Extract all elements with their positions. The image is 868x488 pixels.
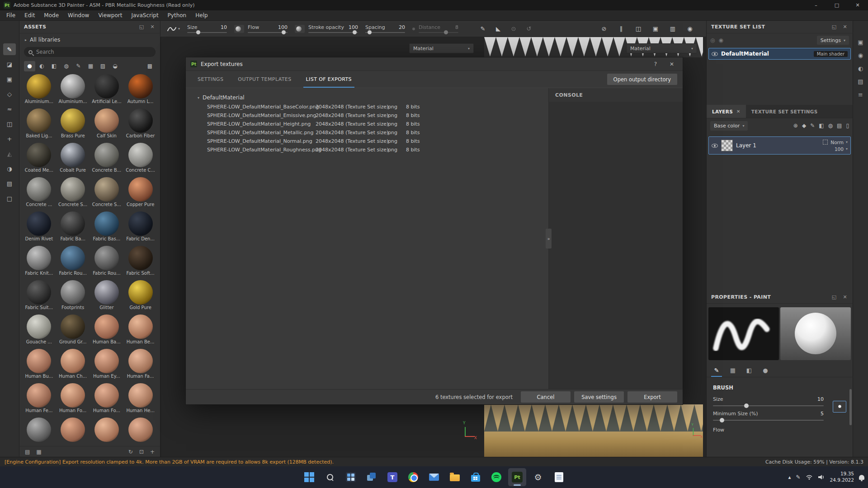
export-file-row[interactable]: SPHERE-LOW_DefaultMaterial_Normal.png 20… [186,137,548,145]
dock-panel-icon[interactable]: ◱ [831,294,837,300]
asset-item[interactable]: Fabric Suit... [23,279,55,314]
close-panel-icon[interactable]: ✕ [842,24,848,30]
texture-set-group[interactable]: ▾ DefaultMaterial [186,93,548,103]
asset-item[interactable]: Baked Lig... [23,108,55,142]
size-slider[interactable] [713,405,824,406]
lazy-mouse-icon[interactable]: ✎ [477,24,488,34]
asset-item[interactable]: Footprints [57,279,89,314]
viewport-shader-select[interactable]: Material ▾ [409,43,474,53]
polygon-fill-tool[interactable]: ◇ [3,88,16,100]
asset-item[interactable]: Copper Pure [124,176,156,211]
store-button[interactable] [467,468,485,486]
asset-item[interactable]: Cobalt Pure [57,142,89,176]
flow-slider[interactable]: Flow 100 [248,24,288,33]
hide-ui-icon[interactable]: ⊘ [599,24,609,34]
asset-item[interactable]: Human He... [124,382,156,417]
asset-item[interactable]: Human Be... [124,314,156,348]
asset-item[interactable]: Calf Skin [91,108,123,142]
material-picker-tool[interactable]: + [3,133,16,145]
dock-panel-icon[interactable]: ◱ [831,24,837,30]
asset-item[interactable]: Human Ey... [91,348,123,382]
export-file-row[interactable]: SPHERE-LOW_DefaultMaterial_BaseColor.png… [186,103,548,111]
cancel-button[interactable]: Cancel [521,391,571,403]
dock-panel-icon[interactable]: ◱ [138,24,145,30]
small-thumbnails-icon[interactable]: ▤ [25,449,30,455]
start-button[interactable] [300,468,318,486]
tab-texture-set-settings[interactable]: TEXTURE SET SETTINGS [746,105,823,118]
texture-set-settings-dropdown[interactable]: Settings ▾ [817,36,849,45]
filter-environments[interactable]: ◒ [109,61,121,71]
asset-item[interactable]: Glitter [91,279,123,314]
falloff-icon[interactable] [295,25,305,33]
filter-smart-materials[interactable]: ◧ [48,61,60,71]
filter-alphas[interactable]: ▦ [85,61,96,71]
material-panel-icon[interactable]: ◐ [858,65,863,72]
texture-set-row[interactable]: DefaultMaterial Main shader [708,48,851,60]
symmetry-tool[interactable]: ◑ [3,163,16,174]
menu-mode[interactable]: Mode [39,12,63,19]
camera-icon[interactable]: ▥ [667,24,678,34]
snap-icon[interactable]: ⊙ [508,24,519,34]
asset-item[interactable]: Fabric Rou... [57,245,89,279]
volume-icon[interactable] [818,474,825,480]
viewer-settings-tool[interactable]: □ [3,192,16,204]
smudge-tool[interactable]: ≈ [3,103,16,115]
tab-output-templates[interactable]: OUTPUT TEMPLATES [231,71,297,88]
asset-item[interactable]: Coated Me... [23,142,55,176]
alpha-tab[interactable]: ▦ [725,364,741,377]
reset-icon[interactable]: ↺ [524,24,534,34]
visibility-eye-icon[interactable] [712,52,718,56]
minimum-size-slider[interactable] [713,420,824,421]
brush-stroke-preview[interactable] [708,307,779,360]
spotify-button[interactable] [487,468,505,486]
close-tab-icon[interactable]: ✕ [736,109,741,114]
projection-tool[interactable]: ▣ [3,73,16,85]
open-output-directory-button[interactable]: Open output directory [607,74,677,85]
asset-item[interactable]: Autumn L... [124,73,156,108]
filter-all[interactable]: ● [24,61,35,71]
refresh-shelf-icon[interactable]: ↻ [128,449,133,455]
asset-item[interactable]: Concrete B... [91,142,123,176]
scrollbar[interactable] [849,389,852,425]
menu-help[interactable]: Help [191,12,212,19]
settings-button[interactable]: ⚙ [529,468,547,486]
asset-item[interactable]: Human Ba... [91,314,123,348]
asset-item[interactable]: Artificial Le... [91,73,123,108]
asset-item[interactable]: Human Ch... [57,348,89,382]
dialog-close-button[interactable]: ✕ [665,61,678,67]
filter-smart-masks[interactable]: ◍ [61,61,72,71]
chrome-button[interactable] [404,468,422,486]
menu-python[interactable]: Python [163,12,191,19]
brush-tab[interactable]: ✎ [708,364,725,377]
asset-item[interactable]: Gold Pure [124,279,156,314]
camera-panel-icon[interactable]: ▣ [858,39,863,46]
asset-item[interactable]: Human Bu... [23,348,55,382]
distance-slider[interactable]: Distance 8 [419,24,458,33]
pause-engine-icon[interactable]: ‖ [616,24,627,34]
asset-item[interactable] [124,417,156,446]
close-panel-icon[interactable]: ✕ [149,24,156,30]
search-button[interactable] [321,468,339,486]
filter-brushes[interactable]: ✎ [73,61,84,71]
asset-item[interactable] [57,417,89,446]
menu-javascript[interactable]: JavaScript [127,12,163,19]
expand-shelf-icon[interactable]: ⊡ [139,449,144,455]
export-file-row[interactable]: SPHERE-LOW_DefaultMaterial_Emissive.png … [186,111,548,120]
layer-opacity-select[interactable]: 100 ▾ [835,146,848,152]
menu-viewport[interactable]: Viewport [94,12,127,19]
asset-item[interactable]: Fabric Ba... [57,211,89,245]
blend-mode-select[interactable]: Norm ▾ [830,140,848,145]
menu-window[interactable]: Window [63,12,94,19]
wifi-icon[interactable] [806,474,813,480]
delete-layer-icon[interactable]: ▯ [846,122,849,129]
add-smart-material-icon[interactable]: ◆ [802,122,806,129]
asset-item[interactable]: Concrete C... [124,142,156,176]
material-sphere-preview[interactable] [780,307,851,360]
channel-select[interactable]: Base color ▾ [710,121,748,131]
grid-view-options[interactable]: ▩ [144,61,156,71]
search-input[interactable] [36,49,151,55]
tab-list-of-exports[interactable]: LIST OF EXPORTS [300,71,358,88]
close-button[interactable]: ✕ [847,0,868,10]
export-file-row[interactable]: SPHERE-LOW_DefaultMaterial_Roughness.png… [186,145,548,154]
close-panel-icon[interactable]: ✕ [842,294,848,300]
